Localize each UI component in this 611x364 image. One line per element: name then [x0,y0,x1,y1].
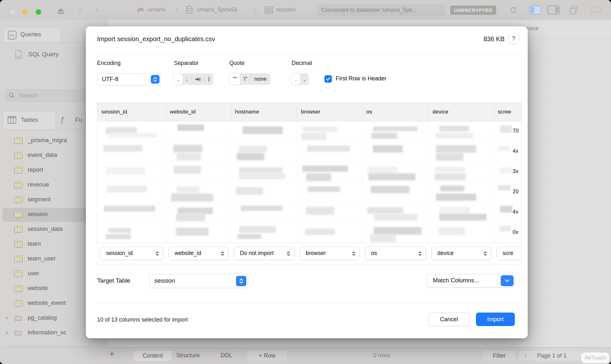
chat-bubble-icon[interactable] [591,6,601,16]
copy-icon[interactable] [569,5,579,16]
column-mapping-select[interactable]: website_id [169,247,229,260]
tab-queries[interactable]: SQL Queries [3,27,61,43]
column-mapping-select[interactable]: os [365,247,426,260]
toggle-left-panel-icon[interactable] [529,5,541,14]
tab-ddl[interactable]: DDL [221,352,232,359]
decimal-option[interactable]: . [292,73,300,85]
bottom-toolbar: + Content Structure DDL + Row 0 rows Fil… [0,347,611,364]
disclosure-chevron-icon[interactable]: › [6,314,8,321]
preview-cell-redacted [166,182,232,202]
functions-icon: ƒ [60,115,64,125]
quote-option[interactable]: "" [229,73,240,85]
preview-cell-redacted [297,202,363,223]
chevron-down-icon[interactable] [501,275,514,286]
eject-icon[interactable] [57,8,64,14]
add-item-button[interactable]: + [109,349,114,359]
column-mapping-select[interactable]: device [431,247,491,260]
preview-cell-redacted [429,162,494,182]
sidebar-item-label: report [28,166,43,173]
close-window-button[interactable] [10,9,15,15]
queries-search-input[interactable] [18,91,84,100]
separator-option[interactable]: | [205,73,213,85]
connection-status-text: Connected to database “umami_5pe... [321,7,417,14]
preview-partial-value: 4x [513,148,518,154]
preview-cell-redacted [362,202,429,223]
preview-cell-redacted [231,162,297,182]
preview-cell-redacted [97,182,166,202]
stepper-icon [151,75,160,84]
columns-selected-status: 10 of 13 columns selected for import [97,316,188,323]
dialog-title: Import session_export_no_duplicates.csv [97,35,215,43]
sidebar-item-label: information_sc [28,329,66,336]
separator-segmented-control: ,;| [174,73,213,85]
nav-back-button[interactable]: ‹ [78,4,82,15]
breadcrumb-database[interactable]: umami_5pew5k [197,6,237,13]
preview-cell-redacted [97,223,166,243]
breadcrumb-connection[interactable]: umami [148,6,165,13]
folder-icon [14,330,22,337]
preview-cell-redacted [297,162,363,182]
nav-forward-button[interactable]: › [95,4,98,15]
table-icon [14,196,23,205]
first-row-header-checkbox[interactable] [324,75,332,83]
column-mapping-select[interactable]: session_id [100,247,163,260]
preview-column-header: os [362,103,429,121]
separator-option[interactable]: , [174,73,183,85]
pagination-label: Page 1 of 1 [537,350,567,361]
sidebar-item-label: website_event [28,299,66,306]
table-icon [14,152,23,160]
queries-search[interactable] [5,89,93,102]
import-button[interactable]: Import [476,313,515,326]
rows-count: 0 rows [373,352,390,359]
table-icon [14,167,23,175]
preview-cell-redacted [97,202,166,223]
separator-option[interactable] [191,73,205,85]
app-window: ‹ › umami › umami_5pew5k › session Conne… [0,0,611,364]
minimize-window-button[interactable] [22,9,28,15]
app-root: ‹ › umami › umami_5pew5k › session Conne… [0,0,611,364]
match-columns-button[interactable]: Match Columns... [426,274,515,287]
decimal-option[interactable]: , [300,73,309,85]
quote-option[interactable]: \" [240,73,251,85]
preview-cell-redacted [362,121,429,141]
preview-header-row: session_idwebsite_idhostnamebrowserosdev… [97,103,521,122]
preview-cell-redacted [297,141,363,162]
table-icon [14,226,23,234]
tab-structure[interactable]: Structure [176,352,200,359]
tab-queries-label: Queries [20,31,41,38]
help-button[interactable]: ? [508,33,519,44]
preview-cell-redacted [166,162,232,182]
titlebar: ‹ › umami › umami_5pew5k › session Conne… [0,0,611,20]
column-mapping-select[interactable]: browser [300,247,360,260]
target-table-select[interactable]: session [150,274,248,288]
zoom-window-button[interactable] [36,9,41,15]
csv-preview-table: session_idwebsite_idhostnamebrowserosdev… [97,102,522,264]
refresh-icon[interactable] [509,6,517,15]
filter-button[interactable]: Filter [483,350,515,361]
sidebar-item-label: session_data [28,225,63,232]
toggle-right-panel-icon[interactable] [547,5,560,14]
tab-functions-label[interactable]: Fu [75,116,82,123]
sidebar-item-label: user [28,270,39,277]
unencrypted-badge: UNENCRYPTED [450,5,496,15]
encoding-select[interactable]: UTF-8 [97,73,161,86]
tab-tables[interactable]: Tables [3,111,56,130]
column-mapping-select[interactable]: scre [497,247,522,260]
disclosure-chevron-icon[interactable]: › [6,328,8,336]
sidebar-item-label: segment [28,196,50,203]
connection-status-bar: Connected to database “umami_5pe... [317,4,445,16]
separator-option[interactable]: ; [183,73,191,85]
column-mapping-select[interactable]: Do not import [234,247,295,260]
quote-option[interactable]: none [251,73,270,85]
preview-cell-redacted: 0x [494,223,522,243]
tab-content[interactable]: Content [134,350,172,361]
breadcrumb-table[interactable]: session [276,6,296,13]
divider [97,303,521,303]
preview-cell-redacted [97,121,166,141]
first-row-header-label[interactable]: First Row is Header [336,75,387,82]
cancel-button[interactable]: Cancel [428,313,470,326]
sidebar-item-label: team [28,240,41,247]
folder-icon [14,315,22,323]
add-row-button[interactable]: + Row [247,350,287,361]
page-prev-button[interactable]: ‹ [524,350,527,361]
